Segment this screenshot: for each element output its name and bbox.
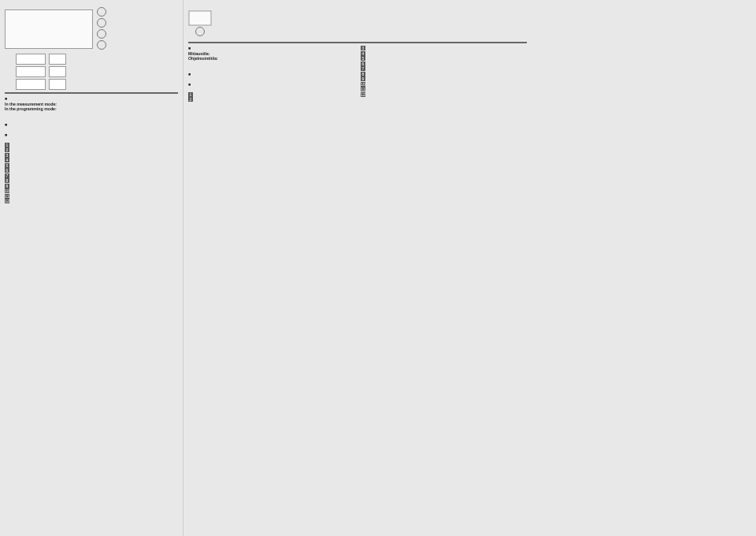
- callout-4: [97, 40, 106, 50]
- callout-5: [195, 27, 205, 36]
- callout-2: [97, 18, 106, 28]
- finnish-header: [188, 42, 527, 43]
- meter-mini-1: [188, 10, 212, 26]
- row-b-box: [16, 66, 46, 77]
- callout-1: [97, 7, 106, 17]
- row-c-box: [16, 79, 46, 90]
- svg-rect-0: [189, 11, 211, 25]
- finnish-body: ■ Mittaustila: Ohjelmointitila: ■ ■ 1 2 …: [188, 46, 527, 102]
- row-a-box2: [49, 54, 66, 65]
- row-c-box2: [49, 79, 66, 90]
- meter-illustration-1: [5, 9, 93, 49]
- callout-3: [97, 29, 106, 39]
- english-body: ■ In the measurement mode: In the progra…: [5, 96, 178, 204]
- english-header: [5, 92, 178, 94]
- row-a-box: [16, 54, 46, 65]
- row-b-box2: [49, 66, 66, 77]
